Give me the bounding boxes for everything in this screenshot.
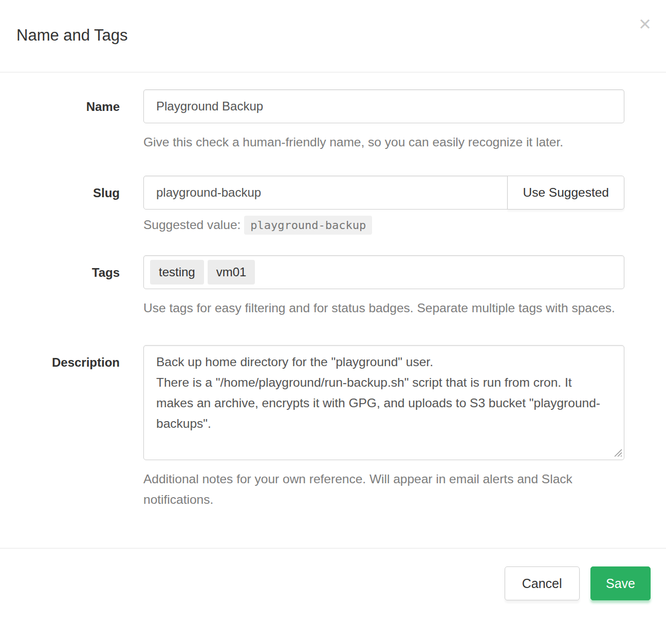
tag-chip: testing xyxy=(150,260,204,285)
modal-body: Name Give this check a human-friendly na… xyxy=(0,72,666,510)
tags-label: Tags xyxy=(16,255,120,318)
suggested-value-line: Suggested value: playground-backup xyxy=(143,218,624,232)
description-form-group: Description Back up home directory for t… xyxy=(16,345,624,510)
tags-input[interactable]: testing vm01 xyxy=(143,255,624,289)
modal-footer: Cancel Save xyxy=(0,548,666,600)
slug-form-group: Slug Use Suggested Suggested value: play… xyxy=(16,176,624,232)
name-form-group: Name Give this check a human-friendly na… xyxy=(16,89,624,153)
name-label: Name xyxy=(16,89,120,153)
close-icon[interactable]: ✕ xyxy=(638,16,652,32)
name-input[interactable] xyxy=(143,89,624,123)
tags-form-group: Tags testing vm01 Use tags for easy filt… xyxy=(16,255,624,318)
suggested-value-code: playground-backup xyxy=(244,216,372,235)
resize-handle-icon[interactable] xyxy=(613,448,622,457)
save-button[interactable]: Save xyxy=(590,566,651,600)
suggested-value-prefix: Suggested value: xyxy=(143,218,240,232)
cancel-button[interactable]: Cancel xyxy=(505,566,580,600)
description-label: Description xyxy=(16,345,120,510)
page-title: Name and Tags xyxy=(16,24,650,47)
slug-input[interactable] xyxy=(143,176,508,210)
description-help-text: Additional notes for your own reference.… xyxy=(143,469,624,510)
slug-label: Slug xyxy=(16,176,120,232)
use-suggested-button[interactable]: Use Suggested xyxy=(507,176,624,210)
tag-chip: vm01 xyxy=(208,260,255,285)
description-textarea[interactable]: Back up home directory for the "playgrou… xyxy=(143,345,624,460)
name-and-tags-modal: Name and Tags ✕ Name Give this check a h… xyxy=(0,0,666,644)
modal-header: Name and Tags ✕ xyxy=(0,0,666,72)
slug-input-group: Use Suggested xyxy=(143,176,624,210)
tags-help-text: Use tags for easy filtering and for stat… xyxy=(143,298,624,318)
name-help-text: Give this check a human-friendly name, s… xyxy=(143,132,624,153)
